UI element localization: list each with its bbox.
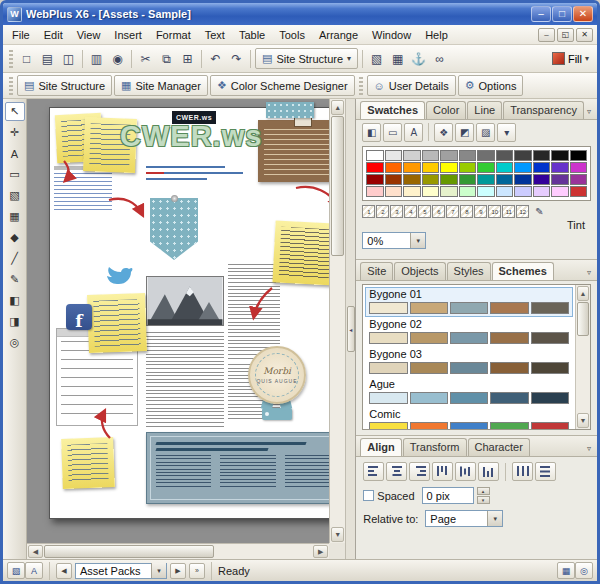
- tab-transparency[interactable]: Transparency: [503, 101, 584, 119]
- chevron-down-icon[interactable]: ▾: [410, 233, 425, 248]
- site-structure-button[interactable]: ▤ Site Structure ▾: [255, 48, 358, 69]
- menu-item-view[interactable]: View: [70, 26, 108, 44]
- color-swatch[interactable]: [533, 174, 550, 185]
- cut-icon[interactable]: ✂: [135, 48, 156, 69]
- scheme-color-slot[interactable]: 4: [404, 205, 417, 218]
- tint-select[interactable]: 0% ▾: [362, 232, 426, 249]
- menu-item-format[interactable]: Format: [149, 26, 198, 44]
- open-icon[interactable]: ▤: [37, 48, 58, 69]
- canvas-vertical-scrollbar[interactable]: ▲ ▼: [329, 99, 345, 543]
- red-arrow[interactable]: [106, 194, 148, 222]
- site-structure-button[interactable]: ▤Site Structure: [17, 75, 112, 96]
- color-swatch[interactable]: [551, 150, 568, 161]
- menu-item-insert[interactable]: Insert: [107, 26, 149, 44]
- table-tool[interactable]: ▦: [5, 207, 25, 226]
- tab-line[interactable]: Line: [467, 101, 502, 119]
- red-arrow[interactable]: [60, 158, 76, 184]
- color-swatch[interactable]: [366, 162, 383, 173]
- sticky-note[interactable]: [87, 293, 147, 353]
- scroll-right-button[interactable]: ▶: [313, 545, 328, 558]
- node-edit-tool[interactable]: ✛: [5, 123, 25, 142]
- color-swatch[interactable]: [366, 150, 383, 161]
- fill-tool[interactable]: ◧: [5, 291, 25, 310]
- pen-tool[interactable]: ✎: [5, 270, 25, 289]
- insert-table-icon[interactable]: ▦: [387, 48, 408, 69]
- scroll-up-button[interactable]: ▲: [331, 100, 344, 115]
- color-swatch[interactable]: [533, 162, 550, 173]
- scheme-entry-comic[interactable]: Comic: [365, 407, 573, 429]
- tab-transform[interactable]: Transform: [403, 438, 467, 456]
- color-swatch[interactable]: [385, 174, 402, 185]
- minimize-button[interactable]: –: [531, 6, 551, 22]
- align-top-button[interactable]: [432, 462, 453, 481]
- red-arrow[interactable]: [248, 284, 276, 322]
- color-swatch[interactable]: [514, 150, 531, 161]
- picture-tool[interactable]: ▧: [5, 186, 25, 205]
- color-swatch[interactable]: [570, 186, 587, 197]
- spacing-input[interactable]: 0 pix: [422, 487, 474, 504]
- distribute-h-button[interactable]: [512, 462, 533, 481]
- color-swatch[interactable]: [366, 186, 383, 197]
- menu-item-edit[interactable]: Edit: [37, 26, 70, 44]
- schemes-scrollbar[interactable]: ▲ ▼: [575, 285, 590, 429]
- color-swatch[interactable]: [551, 174, 568, 185]
- bitmap-fill-button[interactable]: ▨: [476, 123, 495, 142]
- insert-picture-icon[interactable]: ▧: [366, 48, 387, 69]
- styled-text-sample[interactable]: [146, 166, 256, 188]
- color-swatch[interactable]: [570, 150, 587, 161]
- color-swatch[interactable]: [422, 186, 439, 197]
- fill-style-button[interactable]: ◧: [362, 123, 381, 142]
- tab-schemes[interactable]: Schemes: [492, 262, 554, 280]
- quickshape-tool[interactable]: ◆: [5, 228, 25, 247]
- mountain-photo[interactable]: [146, 276, 224, 326]
- color-swatch[interactable]: [477, 162, 494, 173]
- prev-asset-button[interactable]: ◀: [56, 563, 72, 579]
- scroll-track[interactable]: [576, 336, 590, 412]
- scheme-color-slot[interactable]: 7: [446, 205, 459, 218]
- scheme-color-slot[interactable]: 8: [460, 205, 473, 218]
- award-badge[interactable]: Morbi QUIS AUGUE: [248, 346, 306, 404]
- text-column[interactable]: [146, 332, 224, 428]
- tab-swatches[interactable]: Swatches: [360, 101, 425, 119]
- align-middle-button[interactable]: [455, 462, 476, 481]
- text-frame-tool[interactable]: ▭: [5, 165, 25, 184]
- panel-menu-icon[interactable]: ▿: [585, 107, 593, 119]
- menu-item-help[interactable]: Help: [418, 26, 455, 44]
- user-details-button[interactable]: ☺User Details: [367, 75, 456, 96]
- line-style-button[interactable]: ▭: [383, 123, 402, 142]
- last-asset-button[interactable]: »: [189, 563, 205, 579]
- scroll-track[interactable]: [330, 256, 345, 526]
- red-arrow[interactable]: [94, 408, 116, 442]
- scheme-color-slot[interactable]: 1: [362, 205, 375, 218]
- scroll-down-button[interactable]: ▼: [577, 413, 589, 428]
- vertical-scroll-thumb[interactable]: [331, 116, 344, 256]
- maximize-button[interactable]: □: [552, 6, 572, 22]
- color-swatch[interactable]: [403, 174, 420, 185]
- scroll-left-button[interactable]: ◀: [28, 545, 43, 558]
- panel-menu-icon[interactable]: ▿: [585, 268, 593, 280]
- facebook-icon[interactable]: f: [66, 304, 92, 330]
- asset-packs-select[interactable]: Asset Packs ▾: [75, 563, 167, 579]
- scheme-entry-bygone-01[interactable]: Bygone 01: [365, 287, 573, 317]
- insert-anchor-icon[interactable]: ⚓: [408, 48, 429, 69]
- mdi-minimize-button[interactable]: –: [538, 28, 555, 42]
- scheme-color-slot[interactable]: 11: [502, 205, 515, 218]
- kraft-paper-card[interactable]: [258, 120, 329, 182]
- pointer-tool[interactable]: ↖: [5, 102, 25, 121]
- spin-up-button[interactable]: ▴: [477, 487, 490, 495]
- bunting-pennant[interactable]: [150, 198, 198, 260]
- mdi-close-button[interactable]: ✕: [576, 28, 593, 42]
- options-button[interactable]: ⚙Options: [458, 75, 524, 96]
- text-color-button[interactable]: A: [404, 123, 423, 142]
- color-swatch[interactable]: [366, 174, 383, 185]
- sticky-note[interactable]: [61, 437, 115, 489]
- align-left-button[interactable]: [363, 462, 384, 481]
- mdi-restore-button[interactable]: ◱: [557, 28, 574, 42]
- copy-icon[interactable]: ⧉: [156, 48, 177, 69]
- color-swatch[interactable]: [496, 150, 513, 161]
- color-swatch[interactable]: [551, 162, 568, 173]
- color-swatch[interactable]: [570, 162, 587, 173]
- panel-menu-icon[interactable]: ▿: [585, 444, 593, 456]
- spaced-checkbox[interactable]: [363, 490, 374, 501]
- scheme-color-slot[interactable]: 12: [516, 205, 529, 218]
